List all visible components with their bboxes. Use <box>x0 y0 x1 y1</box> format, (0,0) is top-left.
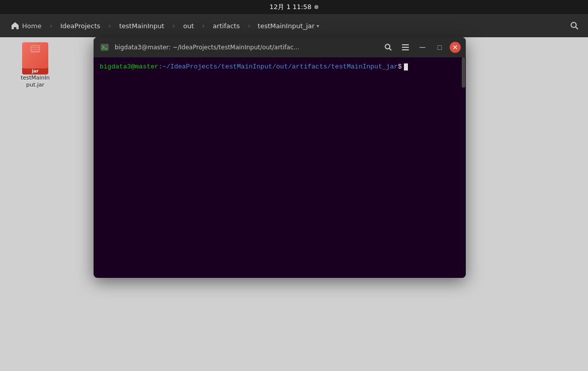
nav-item-ideaprojects[interactable]: IdeaProjects <box>54 19 106 33</box>
datetime-text: 12月 1 11:58 <box>270 3 312 12</box>
terminal-scrollbar-thumb <box>462 57 465 88</box>
nav-item-home[interactable]: Home <box>5 19 47 33</box>
nav-separator-5: › <box>247 22 252 30</box>
terminal-search-button[interactable] <box>381 40 395 54</box>
nav-artifacts-label: artifacts <box>213 22 240 30</box>
nav-item-artifacts[interactable]: artifacts <box>207 19 246 33</box>
nav-testmaininputjar-label: testMainInput_jar <box>258 22 314 30</box>
nav-testmaininput-label: testMainInput <box>119 22 164 30</box>
terminal-close-button[interactable]: ✕ <box>450 42 461 53</box>
prompt-path: :~/IdeaProjects/testMainInput/out/artifa… <box>158 62 398 71</box>
terminal-maximize-button[interactable]: □ <box>433 40 447 54</box>
svg-line-1 <box>576 27 578 30</box>
nav-out-label: out <box>183 22 194 30</box>
nav-separator-1: › <box>48 22 53 30</box>
nav-home-label: Home <box>22 22 41 30</box>
terminal-menu-button[interactable] <box>398 40 412 54</box>
search-icon <box>570 21 579 30</box>
terminal-search-icon <box>384 43 392 51</box>
terminal-icon-svg <box>100 43 109 52</box>
status-dot <box>314 5 318 9</box>
jar-icon-body <box>22 42 48 68</box>
terminal-title-text: bigdata3@master: ~/IdeaProjects/testMain… <box>115 44 377 51</box>
nav-separator-4: › <box>201 22 206 30</box>
file-icon-jar[interactable]: jar testMainIn put.jar <box>15 42 55 89</box>
svg-point-4 <box>385 44 390 49</box>
nav-separator-2: › <box>107 22 112 30</box>
jar-icon-graphic: jar <box>22 42 48 72</box>
terminal-minimize-button[interactable]: ─ <box>415 40 430 54</box>
system-time: 12月 1 11:58 <box>270 3 319 12</box>
terminal-app-icon <box>99 41 111 53</box>
file-icon-label: testMainIn put.jar <box>21 75 50 89</box>
file-manager-navbar: Home › IdeaProjects › testMainInput › ou… <box>0 14 588 37</box>
chevron-down-icon: ▾ <box>316 23 319 29</box>
nav-item-testmaininput[interactable]: testMainInput <box>113 19 171 33</box>
nav-item-out[interactable]: out <box>177 19 200 33</box>
svg-point-0 <box>571 23 576 28</box>
terminal-cursor <box>404 63 408 70</box>
svg-line-5 <box>389 48 391 50</box>
nav-item-testmaininputjar[interactable]: testMainInput_jar ▾ <box>253 19 324 33</box>
nav-separator-3: › <box>172 22 177 30</box>
terminal-titlebar: bigdata3@master: ~/IdeaProjects/testMain… <box>94 37 466 57</box>
system-bar: 12月 1 11:58 <box>0 0 588 14</box>
terminal-controls: ─ □ ✕ <box>381 40 461 54</box>
search-button[interactable] <box>566 18 583 33</box>
terminal-window: bigdata3@master: ~/IdeaProjects/testMain… <box>94 37 466 278</box>
terminal-scrollbar[interactable] <box>461 57 466 278</box>
zip-pattern <box>31 45 40 52</box>
home-icon <box>11 22 19 30</box>
hamburger-icon <box>402 44 409 50</box>
terminal-prompt-line: bigdata3@master :~/IdeaProjects/testMain… <box>100 62 460 71</box>
desktop: jar testMainIn put.jar bigdata3@master: … <box>0 37 588 371</box>
nav-ideaprojects-label: IdeaProjects <box>60 22 100 30</box>
prompt-dollar: $ <box>398 62 402 71</box>
prompt-user: bigdata3@master <box>100 62 158 71</box>
terminal-body[interactable]: bigdata3@master :~/IdeaProjects/testMain… <box>94 57 466 278</box>
jar-type-label: jar <box>22 67 48 75</box>
